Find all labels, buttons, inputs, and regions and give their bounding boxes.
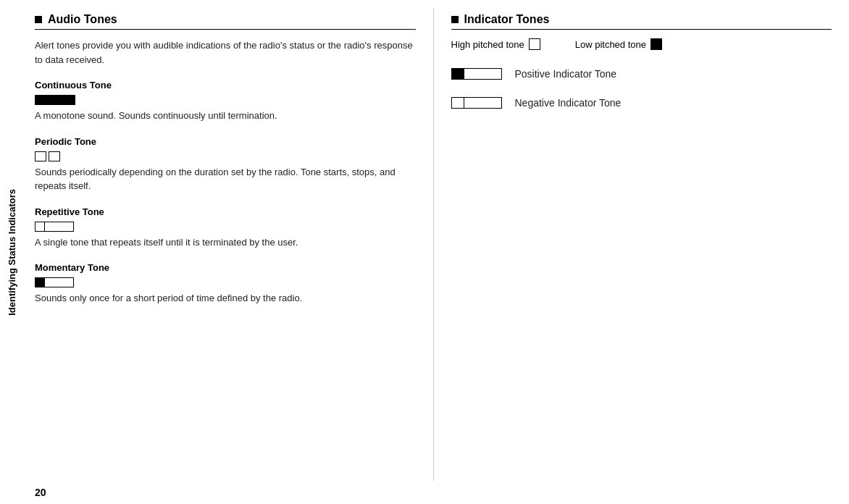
audio-tones-header: Audio Tones — [35, 13, 416, 30]
positive-indicator-visual — [451, 67, 503, 80]
sidebar: Identifying Status Indicators — [0, 0, 23, 504]
high-pitched-icon — [529, 38, 540, 50]
periodic-tone-name: Periodic Tone — [35, 136, 416, 147]
repetitive-tone-desc: A single tone that repeats itself until … — [35, 236, 416, 250]
positive-bar — [464, 68, 502, 80]
repetitive-tone-name: Repetitive Tone — [35, 206, 416, 217]
repetitive-tone-item: Repetitive Tone A single tone that repea… — [35, 206, 416, 250]
periodic-tone-desc: Sounds periodically depending on the dur… — [35, 166, 416, 193]
momentary-solid — [35, 277, 45, 287]
page-number: 20 — [23, 481, 46, 504]
sidebar-label: Identifying Status Indicators — [7, 189, 17, 316]
negative-sq — [451, 97, 464, 109]
momentary-tone-name: Momentary Tone — [35, 262, 416, 273]
high-pitched-legend: High pitched tone — [451, 38, 540, 50]
negative-indicator-label: Negative Indicator Tone — [515, 97, 622, 109]
positive-indicator-label: Positive Indicator Tone — [515, 68, 617, 80]
continuous-tone-visual — [35, 93, 416, 106]
negative-bar — [464, 97, 502, 109]
indicator-tones-title: Indicator Tones — [464, 13, 550, 26]
main-content: Audio Tones Alert tones provide you with… — [23, 0, 849, 504]
momentary-tone-item: Momentary Tone Sounds only once for a sh… — [35, 262, 416, 306]
continuous-tone-name: Continuous Tone — [35, 80, 416, 91]
indicator-tones-header: Indicator Tones — [451, 13, 832, 30]
momentary-tone-desc: Sounds only once for a short period of t… — [35, 292, 416, 306]
periodic-seg-2 — [49, 151, 60, 161]
columns: Audio Tones Alert tones provide you with… — [23, 0, 849, 481]
indicator-tones-icon — [451, 16, 459, 23]
momentary-line — [45, 277, 74, 287]
left-column: Audio Tones Alert tones provide you with… — [23, 7, 434, 481]
high-pitched-label: High pitched tone — [451, 39, 524, 50]
negative-indicator-item: Negative Indicator Tone — [451, 96, 832, 109]
repetitive-line — [45, 222, 74, 232]
repetitive-sq — [35, 222, 45, 232]
audio-tones-intro: Alert tones provide you with audible ind… — [35, 38, 416, 67]
momentary-tone-visual — [35, 276, 416, 289]
continuous-tone-desc: A monotone sound. Sounds continuously un… — [35, 109, 416, 123]
periodic-seg-1 — [35, 151, 46, 161]
right-column: Indicator Tones High pitched tone Low pi… — [434, 7, 850, 481]
positive-indicator-item: Positive Indicator Tone — [451, 67, 832, 80]
low-pitched-label: Low pitched tone — [575, 39, 646, 50]
continuous-tone-item: Continuous Tone A monotone sound. Sounds… — [35, 80, 416, 123]
low-pitched-icon — [651, 38, 662, 50]
periodic-tone-item: Periodic Tone Sounds periodically depend… — [35, 136, 416, 193]
audio-tones-title: Audio Tones — [48, 13, 117, 26]
negative-indicator-visual — [451, 96, 503, 109]
repetitive-tone-visual — [35, 220, 416, 233]
continuous-tone-bar — [35, 95, 75, 105]
bottom-bar: 20 — [23, 481, 849, 504]
legend-row: High pitched tone Low pitched tone — [451, 38, 832, 50]
periodic-tone-visual — [35, 150, 416, 163]
low-pitched-legend: Low pitched tone — [575, 38, 662, 50]
positive-sq — [451, 68, 464, 80]
audio-tones-icon — [35, 16, 42, 23]
